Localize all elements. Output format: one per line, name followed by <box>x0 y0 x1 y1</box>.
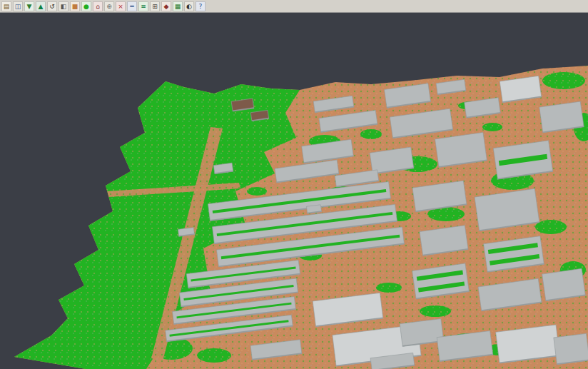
building-shape <box>542 268 586 300</box>
rotate-view-icon[interactable]: ↺ <box>47 1 57 11</box>
vegetation-class-icon[interactable]: ● <box>81 1 91 11</box>
point-noise-overlay <box>0 13 588 369</box>
building-class-icon[interactable]: ⌂ <box>93 1 103 11</box>
ground-class-icon[interactable]: ■ <box>70 1 80 11</box>
help-icon[interactable]: ? <box>196 1 206 11</box>
delete-icon[interactable]: × <box>116 1 126 11</box>
main-toolbar: ▤◫▼▲↺◧■●⌂⊕×═≡⊞◆▦◐? <box>0 0 588 13</box>
building-shape <box>400 319 443 347</box>
camera-view-icon[interactable]: ◐ <box>184 1 194 11</box>
terrain-model-icon[interactable]: ▲ <box>36 1 46 11</box>
display-mode-icon[interactable]: ◧ <box>59 1 69 11</box>
point-cloud-scene <box>0 13 588 369</box>
grid-icon[interactable]: ▦ <box>173 1 183 11</box>
settings-icon[interactable]: ⊕ <box>104 1 114 11</box>
open-file-icon[interactable]: ▤ <box>1 1 11 11</box>
measure-icon[interactable]: ═ <box>127 1 137 11</box>
save-icon[interactable]: ◫ <box>13 1 23 11</box>
building-shape <box>539 101 584 133</box>
profile-icon[interactable]: ≡ <box>138 1 148 11</box>
zoom-extents-icon[interactable]: ⊞ <box>150 1 160 11</box>
import-points-icon[interactable]: ▼ <box>24 1 34 11</box>
building-shape <box>306 205 321 213</box>
building-shape <box>554 333 588 364</box>
3d-viewport[interactable] <box>0 13 588 369</box>
classify-run-icon[interactable]: ◆ <box>161 1 171 11</box>
application-window: ▤◫▼▲↺◧■●⌂⊕×═≡⊞◆▦◐? <box>0 0 588 369</box>
